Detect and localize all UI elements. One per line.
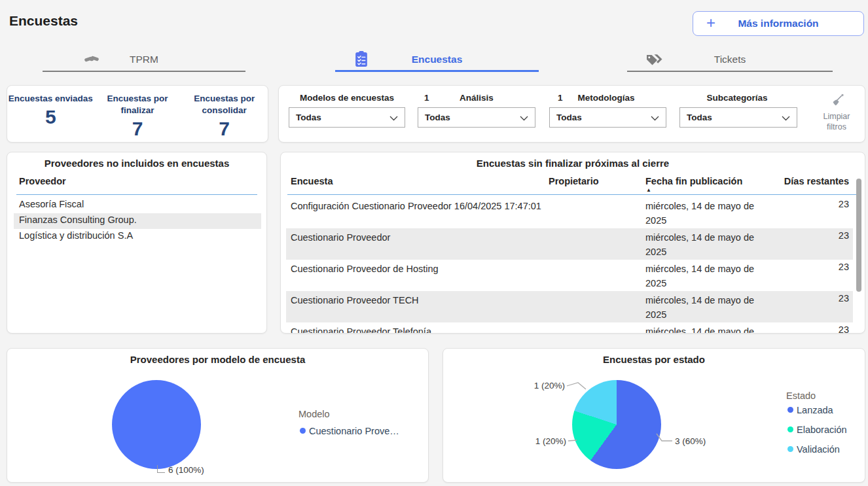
- dropdown-value: Todas: [687, 113, 782, 122]
- cell-fecha: miércoles, 14 de mayo de 2025: [645, 230, 758, 259]
- surveys-panel-title: Encuestas sin finalizar próximas al cier…: [281, 158, 865, 169]
- chart-title: Proveedores por modelo de encuesta: [7, 354, 428, 365]
- slicer-badge-analisis: 1: [424, 93, 429, 103]
- kpi-label: Encuestas por finalizar: [94, 93, 181, 116]
- table-row[interactable]: Asesoría Fiscal: [14, 198, 261, 213]
- cell-encuesta: Cuestionario Proveedor Telefonía: [291, 324, 547, 334]
- dashboard: Encuestas + Más información TPRM: [0, 0, 868, 486]
- cell-encuesta: Cuestionario Proveedor de Hosting: [291, 262, 547, 276]
- vertical-scrollbar[interactable]: [856, 179, 861, 292]
- clear-filters-button[interactable]: Limpiar filtros: [816, 94, 858, 132]
- legend-dot: [300, 428, 306, 434]
- chart-proveedores-por-modelo: Proveedores por modelo de encuesta 6 (10…: [7, 348, 429, 483]
- dropdown-value: Todas: [296, 113, 389, 122]
- clear-filters-label: Limpiar filtros: [816, 112, 858, 132]
- kpi-card: Encuestas enviadas 5 Encuestas por final…: [7, 85, 268, 143]
- legend-label: Validación: [797, 444, 840, 455]
- table-row[interactable]: Cuestionario Proveedor de Hosting miérco…: [286, 260, 853, 291]
- tab-tickets[interactable]: Tickets: [627, 48, 833, 72]
- filter-card: Modelos de encuestas 1 Análisis 1 Metodo…: [278, 85, 865, 143]
- more-info-label: Más información: [693, 12, 863, 35]
- more-info-button[interactable]: + Más información: [693, 11, 864, 36]
- table-row[interactable]: Configuración Cuestionario Proveedor 16/…: [286, 197, 853, 228]
- cell-fecha: miércoles, 14 de mayo de 2025: [645, 293, 758, 322]
- kpi-value: 7: [181, 118, 268, 139]
- slicer-title-metodologias: Metodologías: [578, 93, 635, 103]
- dropdown-analisis[interactable]: Todas: [418, 107, 535, 128]
- legend-item[interactable]: Lanzada: [787, 404, 833, 416]
- cell-fecha: miércoles, 14 de mayo de 2025: [645, 199, 758, 228]
- legend-dot: [787, 446, 793, 452]
- kpi-por-consolidar: Encuestas por consolidar 7: [181, 86, 268, 142]
- dropdown-modelos[interactable]: Todas: [289, 107, 405, 128]
- legend-label: Cuestionario Prove…: [309, 426, 399, 436]
- data-label: 6 (100%): [168, 465, 204, 475]
- cell-fecha: miércoles, 14 de mayo de 2025: [645, 262, 758, 290]
- data-label: 3 (60%): [675, 436, 706, 446]
- table-row[interactable]: Logística y distribución S.A: [14, 229, 261, 245]
- chevron-down-icon: [651, 112, 659, 124]
- legend-item[interactable]: Validación: [787, 443, 840, 455]
- slicer-title-subcategorias: Subcategorías: [706, 93, 767, 103]
- chart-encuestas-por-estado: Encuestas por estado 1 (20%) 1 (20%) 3 (…: [443, 348, 865, 483]
- legend-label: Elaboración: [797, 425, 847, 435]
- providers-panel: Proveedores no incluidos en encuestas Pr…: [7, 152, 267, 334]
- tab-tprm-label: TPRM: [43, 54, 245, 65]
- legend-item[interactable]: Elaboración: [787, 424, 847, 436]
- cell-dias: 23: [839, 293, 849, 304]
- table-row[interactable]: Finanzas Consulting Group.: [14, 213, 261, 229]
- legend-title: Modelo: [298, 409, 330, 419]
- column-header-propietario[interactable]: Propietario: [549, 176, 599, 186]
- dropdown-metodologias[interactable]: Todas: [549, 107, 666, 128]
- legend-dot: [787, 407, 793, 413]
- kpi-value: 5: [7, 106, 94, 128]
- table-row[interactable]: Cuestionario Proveedor Telefonía miércol…: [286, 322, 853, 334]
- dropdown-subcategorias[interactable]: Todas: [679, 107, 797, 128]
- chart-title: Encuestas por estado: [443, 354, 865, 365]
- column-header-fecha[interactable]: Fecha fin publicación: [645, 176, 742, 186]
- cell-encuesta: Cuestionario Proveedor: [291, 230, 547, 245]
- kpi-value: 7: [94, 118, 181, 139]
- dropdown-value: Todas: [425, 113, 520, 122]
- legend-dot: [787, 426, 793, 432]
- kpi-label: Encuestas enviadas: [7, 93, 94, 105]
- kpi-enviadas: Encuestas enviadas 5: [7, 86, 94, 142]
- column-header-encuesta[interactable]: Encuesta: [291, 176, 333, 186]
- tab-encuestas[interactable]: Encuestas: [335, 48, 539, 72]
- cell-encuesta: Cuestionario Proveedor TECH: [291, 293, 547, 307]
- cell-fecha: miércoles, 14 de mayo de 2025: [645, 324, 758, 334]
- header-divider: [287, 194, 857, 195]
- table-row[interactable]: Cuestionario Proveedor miércoles, 14 de …: [286, 228, 853, 260]
- cell-dias: 23: [839, 262, 849, 272]
- pie-chart[interactable]: [112, 380, 201, 469]
- kpi-por-finalizar: Encuestas por finalizar 7: [94, 86, 181, 142]
- chevron-down-icon: [520, 112, 528, 124]
- table-row[interactable]: Cuestionario Proveedor TECH miércoles, 1…: [286, 291, 853, 322]
- legend-title: Estado: [786, 391, 816, 401]
- kpi-label: Encuestas por consolidar: [181, 93, 268, 116]
- tab-encuestas-label: Encuestas: [335, 54, 539, 65]
- column-header-dias[interactable]: Días restantes: [784, 176, 849, 186]
- cell-dias: 23: [839, 324, 849, 334]
- label-leader-line: [157, 465, 165, 473]
- sort-ascending-icon: ▲: [646, 187, 651, 193]
- column-header-proveedor[interactable]: Proveedor: [19, 176, 66, 186]
- slicer-badge-metodologias: 1: [558, 93, 563, 103]
- slicer-title-modelos: Modelos de encuestas: [300, 93, 394, 103]
- cell-dias: 23: [839, 230, 849, 241]
- pie-chart[interactable]: [572, 380, 661, 469]
- plus-icon: +: [706, 14, 715, 32]
- chevron-down-icon: [782, 112, 790, 124]
- page-title: Encuestas: [9, 13, 78, 29]
- dropdown-value: Todas: [556, 113, 651, 122]
- cell-encuesta: Configuración Cuestionario Proveedor 16/…: [291, 199, 547, 213]
- header-divider: [16, 194, 257, 195]
- slicer-title-analisis: Análisis: [460, 93, 494, 103]
- surveys-panel: Encuestas sin finalizar próximas al cier…: [280, 152, 865, 334]
- data-label: 1 (20%): [523, 436, 566, 446]
- chevron-down-icon: [389, 112, 398, 124]
- data-label: 1 (20%): [522, 381, 565, 391]
- tab-tprm[interactable]: TPRM: [43, 48, 245, 72]
- legend-item[interactable]: Cuestionario Prove…: [300, 425, 399, 437]
- tab-tickets-label: Tickets: [627, 54, 833, 65]
